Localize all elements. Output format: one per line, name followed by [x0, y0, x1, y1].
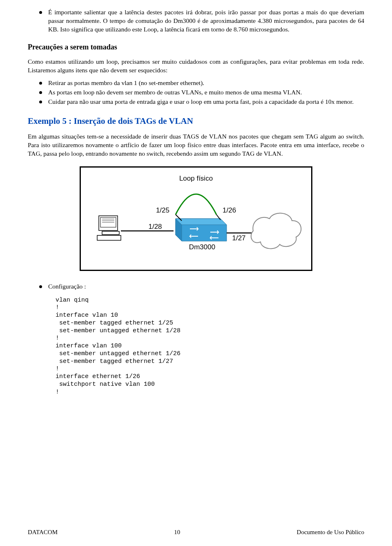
- svg-rect-6: [97, 235, 121, 240]
- loop-label: Loop físico: [179, 175, 213, 182]
- intro-bullet-list: É importante salientar que a latência de…: [39, 8, 364, 34]
- footer-page-number: 10: [174, 528, 180, 536]
- precaution-item: Retirar as portas membro da vlan 1 (no s…: [39, 79, 364, 87]
- page-footer: DATACOM 10 Documento de Uso Público: [28, 528, 364, 536]
- precautions-list: Retirar as portas membro da vlan 1 (no s…: [39, 79, 364, 106]
- precaution-item: Cuidar para não usar uma porta de entrad…: [39, 98, 364, 106]
- device-label: Dm3000: [189, 243, 215, 251]
- network-diagram: Loop físico: [28, 166, 364, 271]
- config-list: Configuração :: [39, 282, 364, 291]
- intro-bullet: É importante salientar que a latência de…: [39, 8, 364, 34]
- precautions-paragraph: Como estamos utilizando um loop, precisa…: [28, 58, 364, 75]
- port-label: 1/25: [156, 206, 169, 214]
- svg-rect-5: [102, 231, 119, 235]
- example-heading: Exemplo 5 : Inserção de dois TAGs de VLA…: [28, 115, 364, 127]
- footer-right: Documento de Uso Público: [297, 528, 364, 536]
- config-label: Configuração :: [39, 282, 364, 291]
- footer-left: DATACOM: [28, 528, 58, 536]
- precautions-heading: Precauções a serem tomadas: [28, 42, 364, 52]
- port-label: 1/28: [148, 223, 162, 230]
- precaution-item: As portas em loop não devem ser membro d…: [39, 88, 364, 97]
- example-paragraph: Em algumas situações tem-se a necessidad…: [28, 132, 364, 158]
- port-label: 1/27: [232, 234, 245, 242]
- port-label: 1/26: [223, 206, 236, 214]
- config-code: vlan qinq ! interface vlan 10 set-member…: [56, 297, 364, 396]
